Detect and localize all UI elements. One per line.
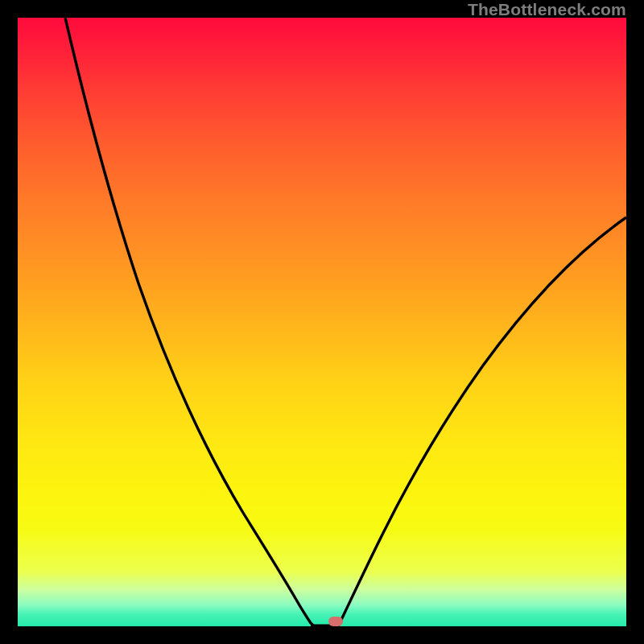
chart-frame: TheBottleneck.com (0, 0, 644, 644)
bottleneck-curve (18, 18, 626, 626)
bottleneck-marker (328, 617, 343, 626)
curve-left (65, 18, 314, 626)
plot-area (18, 18, 626, 626)
watermark-label: TheBottleneck.com (468, 0, 626, 19)
curve-right (338, 217, 626, 626)
